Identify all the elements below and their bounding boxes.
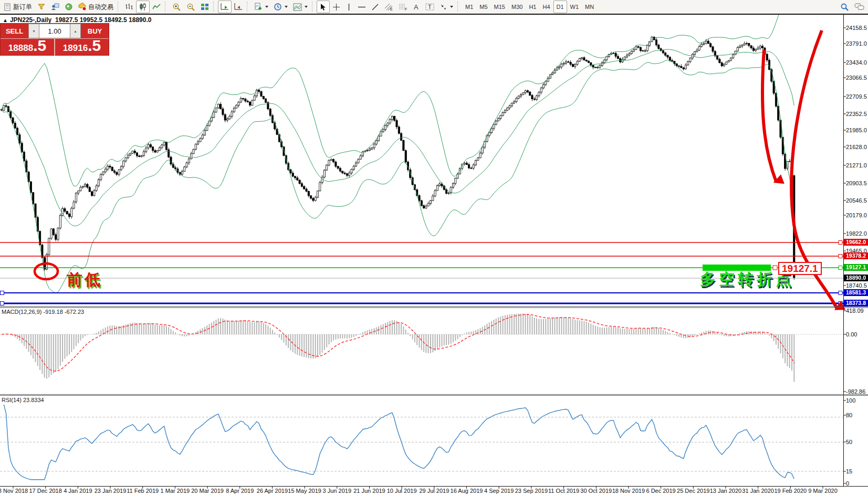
sounds-button[interactable] bbox=[62, 1, 76, 13]
tab-d1[interactable]: D1 bbox=[553, 1, 567, 13]
axis-tick-label: -982.86 bbox=[846, 388, 865, 395]
axis-tick-label: 21985.0 bbox=[846, 127, 867, 133]
fibonacci-icon: F bbox=[399, 3, 407, 11]
text-tool-button[interactable]: A bbox=[410, 1, 423, 13]
trendline-tool-button[interactable] bbox=[369, 1, 382, 13]
one-click-trading-panel: SELL ▼ 1.00 ▲ BUY 18888 .5 18916 .5 bbox=[0, 23, 109, 56]
sell-button[interactable]: SELL bbox=[1, 24, 28, 38]
date-tick-label: 6 Dec 2019 bbox=[646, 488, 675, 494]
indicators-button[interactable] bbox=[252, 1, 271, 13]
date-tick-label: 4 Jan 2019 bbox=[64, 488, 92, 494]
chat-button[interactable] bbox=[852, 1, 867, 13]
prev-low-annotation[interactable]: 前低 bbox=[67, 269, 102, 291]
date-tick-label: 8 Apr 2019 bbox=[226, 488, 254, 494]
tab-m1[interactable]: M1 bbox=[462, 1, 476, 13]
svg-text:T: T bbox=[428, 4, 432, 10]
text-label-tool-button[interactable]: T bbox=[423, 1, 437, 13]
zoom-in-button[interactable] bbox=[170, 1, 184, 13]
date-axis: 8 Nov 201817 Dec 20184 Jan 201923 Jan 20… bbox=[0, 488, 868, 496]
axis-tick-label: 23434.0 bbox=[846, 59, 867, 66]
search-icon bbox=[840, 3, 849, 12]
axis-tick-label: 23066.5 bbox=[846, 75, 867, 81]
date-tick-label: 21 Jun 2019 bbox=[353, 488, 385, 494]
market-watch-icon bbox=[37, 3, 46, 11]
periods-button[interactable] bbox=[271, 1, 290, 13]
tab-m30[interactable]: M30 bbox=[508, 1, 526, 13]
templates-button[interactable] bbox=[290, 1, 310, 13]
new-order-button[interactable]: 新订单 bbox=[1, 1, 35, 13]
axis-tick-label: 22352.5 bbox=[846, 111, 867, 117]
buy-button[interactable]: BUY bbox=[81, 24, 109, 38]
tab-m15[interactable]: M15 bbox=[491, 1, 508, 13]
rsi-label: RSI(14) 23.8334 bbox=[2, 397, 44, 403]
date-tick-label: 10 Jul 2019 bbox=[387, 488, 417, 494]
price-level-label: 19127.1 bbox=[844, 264, 868, 271]
tab-mn[interactable]: MN bbox=[582, 1, 597, 13]
zoom-out-button[interactable] bbox=[184, 1, 198, 13]
toolbar-grip bbox=[457, 2, 461, 12]
chart-title: ▲JPN225-,Daily 19827.5 19952.5 18492.5 1… bbox=[3, 16, 151, 24]
line-chart-button[interactable] bbox=[150, 1, 163, 13]
cursor-tool-button[interactable] bbox=[317, 1, 330, 13]
templates-icon bbox=[293, 3, 302, 11]
arrows-caret bbox=[450, 6, 453, 8]
axis-tick-label: 24158.5 bbox=[846, 25, 867, 31]
tab-h4[interactable]: H4 bbox=[539, 1, 553, 13]
periods-caret bbox=[285, 6, 288, 8]
axis-tick-label: 22709.5 bbox=[846, 93, 867, 100]
crosshair-tool-button[interactable] bbox=[330, 1, 343, 13]
sell-price[interactable]: 18888 .5 bbox=[1, 39, 54, 56]
volume-increase-button[interactable]: ▲ bbox=[70, 24, 81, 38]
tile-windows-button[interactable] bbox=[198, 1, 212, 13]
date-tick-label: 9 Mar 2020 bbox=[808, 488, 838, 494]
channel-tool-button[interactable]: E bbox=[382, 1, 396, 13]
indicators-icon bbox=[254, 3, 263, 11]
fibonacci-tool-button[interactable]: F bbox=[396, 1, 410, 13]
date-tick-label: 4 Sep 2019 bbox=[484, 488, 514, 494]
arrows-tool-button[interactable] bbox=[437, 1, 456, 13]
vertical-line-tool-button[interactable] bbox=[343, 1, 355, 13]
price-chart-canvas[interactable] bbox=[0, 15, 868, 496]
chat-icon bbox=[854, 3, 864, 11]
axis-tick-label: 0.00 bbox=[846, 331, 857, 337]
bar-chart-button[interactable] bbox=[122, 1, 136, 13]
vertical-line-icon bbox=[346, 3, 352, 11]
search-button[interactable] bbox=[838, 1, 852, 13]
buy-price[interactable]: 18916 .5 bbox=[55, 39, 109, 56]
date-tick-label: 16 Aug 2019 bbox=[451, 488, 483, 494]
svg-text:F: F bbox=[405, 7, 407, 11]
candlestick-chart-button[interactable] bbox=[136, 1, 150, 13]
axis-tick-label: 15 bbox=[846, 468, 852, 474]
tab-h1[interactable]: H1 bbox=[526, 1, 539, 13]
date-tick-label: 23 Sep 2019 bbox=[515, 488, 548, 494]
navigator-icon bbox=[51, 3, 59, 11]
price-tag-label[interactable]: 19127.1 bbox=[778, 262, 822, 275]
market-watch-button[interactable] bbox=[35, 1, 48, 13]
axis-tick-label: 19822.0 bbox=[846, 230, 867, 237]
axis-tick-label: 20546.5 bbox=[846, 197, 867, 204]
toolbar-grip bbox=[118, 2, 121, 12]
auto-trading-icon bbox=[78, 3, 87, 11]
buy-price-fraction: .5 bbox=[88, 39, 101, 52]
navigator-button[interactable] bbox=[48, 1, 62, 13]
volume-decrease-button[interactable]: ▼ bbox=[28, 24, 39, 38]
date-tick-label: 3 Jun 2019 bbox=[323, 488, 351, 494]
new-order-label: 新订单 bbox=[13, 3, 32, 12]
tab-m5[interactable]: M5 bbox=[476, 1, 490, 13]
date-tick-label: 29 Jul 2019 bbox=[419, 488, 449, 494]
auto-scroll-button[interactable] bbox=[218, 1, 232, 13]
auto-trading-button[interactable]: 自动交易 bbox=[76, 1, 116, 13]
date-tick-label: 11 Oct 2019 bbox=[548, 488, 579, 494]
tab-w1[interactable]: W1 bbox=[567, 1, 582, 13]
price-level-label: 18890.0 bbox=[844, 275, 868, 281]
date-tick-label: 17 Dec 2018 bbox=[29, 488, 61, 494]
horizontal-line-tool-button[interactable] bbox=[355, 1, 369, 13]
auto-trading-label: 自动交易 bbox=[88, 3, 113, 12]
macd-signal-line bbox=[2, 314, 794, 371]
volume-input[interactable]: 1.00 bbox=[39, 24, 70, 38]
date-tick-label: 20 Mar 2019 bbox=[191, 488, 224, 494]
candles bbox=[1, 36, 794, 280]
date-tick-label: 26 Apr 2019 bbox=[257, 488, 288, 494]
axis-tick-label: 0 bbox=[846, 480, 849, 487]
chart-shift-button[interactable] bbox=[232, 1, 245, 13]
